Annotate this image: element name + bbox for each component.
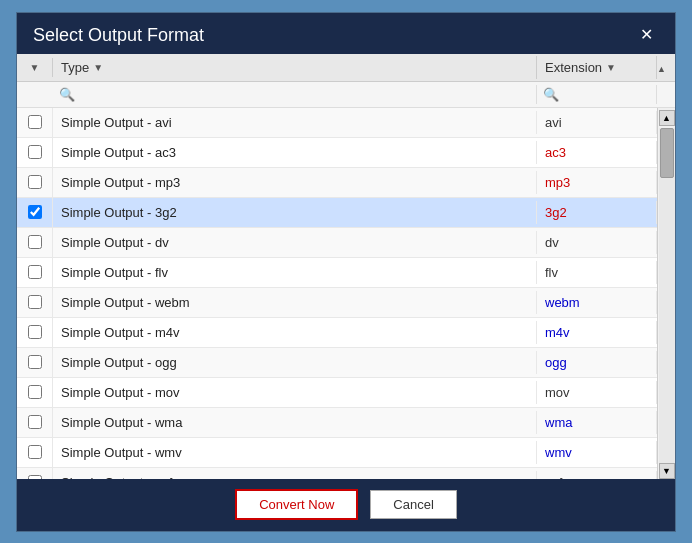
ext-col-header: Extension ▼ bbox=[537, 56, 657, 79]
row-checkbox[interactable] bbox=[28, 385, 42, 399]
table-main: Simple Output - avi avi Simple Output - … bbox=[17, 108, 657, 479]
row-ext-cell: dv bbox=[537, 231, 657, 254]
table-row[interactable]: Simple Output - mov mov bbox=[17, 378, 657, 408]
row-checkbox[interactable] bbox=[28, 355, 42, 369]
row-type-cell: Simple Output - ac3 bbox=[53, 141, 537, 164]
row-checkbox-cell[interactable] bbox=[17, 287, 53, 317]
select-output-format-dialog: Select Output Format ✕ ▼ Type ▼ Extensio… bbox=[16, 12, 676, 532]
ext-search-icon: 🔍 bbox=[543, 87, 559, 102]
close-button[interactable]: ✕ bbox=[634, 25, 659, 45]
row-ext-cell: ac3 bbox=[537, 141, 657, 164]
row-type-cell: Simple Output - 3g2 bbox=[53, 201, 537, 224]
ext-sort-arrow: ▼ bbox=[606, 62, 616, 73]
row-type-cell: Simple Output - m4v bbox=[53, 321, 537, 344]
row-checkbox[interactable] bbox=[28, 205, 42, 219]
row-ext-cell: webm bbox=[537, 291, 657, 314]
search-row: 🔍 🔍 bbox=[17, 82, 675, 108]
row-checkbox[interactable] bbox=[28, 145, 42, 159]
row-checkbox[interactable] bbox=[28, 445, 42, 459]
row-checkbox-cell[interactable] bbox=[17, 437, 53, 467]
table-header-row: ▼ Type ▼ Extension ▼ ▲ bbox=[17, 54, 675, 82]
table-row[interactable]: Simple Output - wmv wmv bbox=[17, 438, 657, 468]
table-row[interactable]: Simple Output - ogg ogg bbox=[17, 348, 657, 378]
row-checkbox[interactable] bbox=[28, 175, 42, 189]
row-type-cell: Simple Output - wmv bbox=[53, 441, 537, 464]
row-checkbox-cell[interactable] bbox=[17, 347, 53, 377]
row-checkbox-cell[interactable] bbox=[17, 108, 53, 138]
row-checkbox-cell[interactable] bbox=[17, 197, 53, 227]
row-checkbox[interactable] bbox=[28, 115, 42, 129]
search-ext-cell: 🔍 bbox=[537, 85, 657, 104]
ext-col-label: Extension bbox=[545, 60, 602, 75]
row-checkbox[interactable] bbox=[28, 295, 42, 309]
table-row[interactable]: Simple Output - avi avi bbox=[17, 108, 657, 138]
type-sort-arrow: ▼ bbox=[93, 62, 103, 73]
scroll-thumb[interactable] bbox=[660, 128, 674, 178]
table-row[interactable]: Simple Output - ac3 ac3 bbox=[17, 138, 657, 168]
row-type-cell: Simple Output - webm bbox=[53, 291, 537, 314]
row-ext-cell: asf bbox=[537, 471, 657, 479]
type-search-icon: 🔍 bbox=[59, 87, 75, 102]
type-col-header: Type ▼ bbox=[53, 56, 537, 79]
row-ext-cell: wma bbox=[537, 411, 657, 434]
row-type-cell: Simple Output - wma bbox=[53, 411, 537, 434]
scroll-up-button[interactable]: ▲ bbox=[659, 110, 675, 126]
row-ext-cell: wmv bbox=[537, 441, 657, 464]
table-container: ▼ Type ▼ Extension ▼ ▲ 🔍 🔍 bbox=[17, 54, 675, 479]
scrollbar[interactable]: ▲ ▼ bbox=[657, 108, 675, 479]
row-type-cell: Simple Output - mov bbox=[53, 381, 537, 404]
table-body-with-scroll: Simple Output - avi avi Simple Output - … bbox=[17, 108, 675, 479]
row-checkbox-cell[interactable] bbox=[17, 467, 53, 479]
check-sort-arrow: ▼ bbox=[30, 62, 40, 73]
row-ext-cell: flv bbox=[537, 261, 657, 284]
table-row[interactable]: Simple Output - wma wma bbox=[17, 408, 657, 438]
row-checkbox[interactable] bbox=[28, 415, 42, 429]
row-checkbox-cell[interactable] bbox=[17, 137, 53, 167]
row-ext-cell: 3g2 bbox=[537, 201, 657, 224]
row-checkbox-cell[interactable] bbox=[17, 317, 53, 347]
row-ext-cell: mp3 bbox=[537, 171, 657, 194]
row-checkbox-cell[interactable] bbox=[17, 227, 53, 257]
row-checkbox-cell[interactable] bbox=[17, 167, 53, 197]
scroll-down-button[interactable]: ▼ bbox=[659, 463, 675, 479]
check-col-header: ▼ bbox=[17, 58, 53, 77]
scroll-up-header-arrow: ▲ bbox=[657, 64, 666, 74]
row-ext-cell: ogg bbox=[537, 351, 657, 374]
scroll-track bbox=[659, 128, 675, 463]
row-type-cell: Simple Output - ogg bbox=[53, 351, 537, 374]
table-row[interactable]: Simple Output - 3g2 3g2 bbox=[17, 198, 657, 228]
type-col-label: Type bbox=[61, 60, 89, 75]
row-ext-cell: avi bbox=[537, 111, 657, 134]
table-row[interactable]: Simple Output - m4v m4v bbox=[17, 318, 657, 348]
table-row[interactable]: Simple Output - dv dv bbox=[17, 228, 657, 258]
table-row[interactable]: Simple Output - webm webm bbox=[17, 288, 657, 318]
dialog-footer: Convert Now Cancel bbox=[17, 479, 675, 531]
table-row[interactable]: Simple Output - flv flv bbox=[17, 258, 657, 288]
row-type-cell: Simple Output - mp3 bbox=[53, 171, 537, 194]
row-checkbox-cell[interactable] bbox=[17, 407, 53, 437]
dialog-title: Select Output Format bbox=[33, 25, 204, 46]
row-type-cell: Simple Output - avi bbox=[53, 111, 537, 134]
row-ext-cell: m4v bbox=[537, 321, 657, 344]
row-checkbox-cell[interactable] bbox=[17, 377, 53, 407]
table-row[interactable]: Simple Output - mp3 mp3 bbox=[17, 168, 657, 198]
row-type-cell: Simple Output - flv bbox=[53, 261, 537, 284]
row-ext-cell: mov bbox=[537, 381, 657, 404]
cancel-button[interactable]: Cancel bbox=[370, 490, 456, 519]
row-checkbox[interactable] bbox=[28, 235, 42, 249]
row-checkbox[interactable] bbox=[28, 265, 42, 279]
scroll-col-header: ▲ bbox=[657, 60, 675, 75]
convert-now-button[interactable]: Convert Now bbox=[235, 489, 358, 520]
row-checkbox[interactable] bbox=[28, 325, 42, 339]
title-bar: Select Output Format ✕ bbox=[17, 13, 675, 54]
row-type-cell: Simple Output - dv bbox=[53, 231, 537, 254]
row-checkbox-cell[interactable] bbox=[17, 257, 53, 287]
row-type-cell: Simple Output - asf bbox=[53, 471, 537, 479]
table-row[interactable]: Simple Output - asf asf bbox=[17, 468, 657, 479]
search-type-cell: 🔍 bbox=[53, 85, 537, 104]
